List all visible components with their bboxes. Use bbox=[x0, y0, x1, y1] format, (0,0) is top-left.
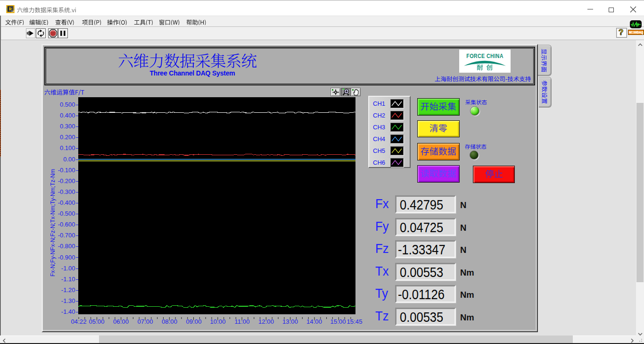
svg-text:14: 14 bbox=[11, 10, 14, 13]
